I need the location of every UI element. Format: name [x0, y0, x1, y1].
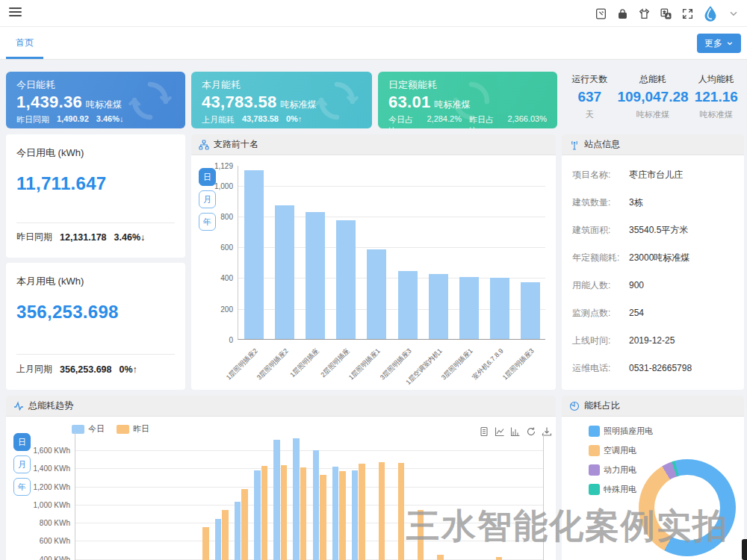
navbar-actions [593, 0, 741, 27]
branch-bar [521, 282, 540, 339]
kpi-sub-percent: 0%↑ [286, 114, 302, 125]
legend-item[interactable]: 动力用电 [589, 464, 636, 476]
site-info-row: 运维电话:0531-82665798 [572, 362, 737, 375]
legend-swatch [589, 464, 600, 476]
pie-legend: 照明插座用电空调用电动力用电特殊用电 [589, 426, 653, 495]
period-button-month[interactable]: 月 [199, 190, 216, 208]
gridline [75, 450, 543, 451]
summary-stat: 总能耗109,047.28吨标准煤 [617, 72, 688, 128]
pie-icon [569, 401, 580, 411]
branch-bar [490, 278, 509, 339]
trend-bar-yesterday [359, 464, 365, 560]
site-info-value: 23000吨标准煤 [629, 252, 689, 263]
lock-icon[interactable] [615, 6, 630, 21]
tab-home[interactable]: 首页 [6, 27, 43, 59]
more-button[interactable]: 更多 [697, 34, 741, 53]
stat-value: 121.16 [689, 89, 744, 105]
period-button-month[interactable]: 月 [13, 455, 31, 473]
site-info-row: 年定额能耗:23000吨标准煤 [572, 252, 737, 264]
gridline [75, 468, 543, 469]
legend-swatch [589, 484, 600, 495]
legend-item[interactable]: 空调用电 [589, 445, 636, 456]
site-info-row: 建筑数量:3栋 [572, 196, 737, 209]
maintenance-icon[interactable] [593, 6, 608, 21]
donut-hole [654, 475, 720, 541]
app-logo[interactable] [701, 4, 719, 22]
kpi-sub-value: 1,490.92 [57, 114, 89, 125]
branch-bar [459, 277, 479, 339]
stat-unit: 吨标准煤 [689, 109, 744, 120]
site-info-value: 2019-12-25 [629, 335, 675, 346]
y-axis-tick: 1,400 KWh [34, 464, 75, 473]
panel-header: 站点信息 [562, 134, 744, 155]
site-info-panel: 站点信息 项目名称:枣庄市台儿庄建筑数量:3栋建筑面积:35540.5平方米年定… [562, 134, 744, 390]
trend-bar-yesterday [339, 471, 346, 560]
y-axis-tick: 1,129 [214, 162, 238, 170]
legend-item[interactable]: 特殊用电 [589, 484, 636, 495]
theme-skin-icon[interactable] [636, 6, 651, 21]
dashboard-screen: 首页 更多 今日能耗 1,439.36吨标准煤 昨日同期 1,490.92 3.… [0, 0, 747, 560]
trend-bar-yesterday [222, 510, 229, 560]
top-navbar [0, 0, 747, 27]
y-axis-tick: 800 [220, 212, 238, 220]
period-button-year[interactable]: 年 [13, 478, 31, 496]
kpi-card-today-energy: 今日能耗 1,439.36吨标准煤 昨日同期 1,490.92 3.46%↓ [6, 72, 185, 128]
language-icon[interactable] [658, 6, 673, 21]
summary-stat: 人均能耗121.16吨标准煤 [689, 72, 744, 128]
gridline [238, 186, 545, 187]
kpi-sub-value: 43,783.58 [242, 114, 279, 125]
energy-ratio-panel: 能耗占比 照明插座用电空调用电动力用电特殊用电 [562, 396, 744, 560]
month-power-panel: 本月用电 (kWh) 356,253.698 上月同期 356,253.698 … [6, 263, 185, 390]
trend-bar-yesterday [281, 465, 288, 560]
panel-header: 总能耗趋势 [6, 396, 556, 417]
y-axis-tick: 0 [229, 336, 238, 344]
compare-value: 356,253.698 [60, 364, 112, 375]
branch-bar [398, 271, 418, 339]
kpi-value: 43,783.58 [202, 93, 277, 111]
stat-label: 运行天数 [562, 73, 617, 86]
trend-bar-today [293, 438, 300, 560]
fullscreen-icon[interactable] [680, 6, 695, 21]
y-axis-tick: 1,600 KWh [34, 447, 75, 455]
period-button-day[interactable]: 日 [13, 433, 31, 451]
site-info-label: 项目名称: [572, 169, 629, 181]
site-info-value: 3栋 [629, 197, 643, 208]
panel-title: 今日用电 (kWh) [16, 146, 84, 160]
branch-top10-panel: 支路前十名 日月年 02004006008001,0001,129 1层照明插座… [191, 134, 556, 390]
branch-chart: 02004006008001,0001,129 [238, 166, 545, 340]
summary-stats: 运行天数637天总能耗109,047.28吨标准煤人均能耗121.16吨标准煤 [562, 72, 744, 128]
compare-percent: 3.46%↓ [114, 232, 146, 243]
compare-percent: 0%↑ [120, 364, 137, 375]
kpi-unit: 吨标准煤 [86, 99, 122, 110]
refresh-cycle-icon [450, 79, 493, 125]
stat-value: 109,047.28 [617, 89, 688, 105]
kpi-sub-label: 上月能耗 [202, 114, 235, 125]
panel-header: 支路前十名 [191, 134, 556, 155]
kpi-sub-percent: 3.46%↓ [96, 114, 124, 125]
trend-bar-yesterday [261, 466, 268, 560]
gridline [75, 523, 543, 523]
legend-label: 动力用电 [604, 464, 636, 476]
gridline [75, 541, 543, 541]
trend-bar-yesterday [496, 557, 503, 560]
y-axis-tick: 600 [220, 243, 238, 252]
refresh-cycle-icon [315, 79, 359, 125]
menu-toggle-icon[interactable] [9, 7, 22, 19]
scrollbar-thumb[interactable] [742, 539, 747, 560]
trend-bar-yesterday [202, 527, 209, 560]
compare-label: 昨日同期 [16, 231, 52, 243]
antenna-icon [569, 140, 580, 150]
panel-title: 支路前十名 [214, 138, 258, 151]
compare-value: 12,131.178 [60, 232, 107, 243]
legend-swatch [589, 426, 600, 437]
period-button-year[interactable]: 年 [199, 213, 216, 231]
kpi-value: 63.01 [388, 93, 431, 111]
period-button-day[interactable]: 日 [199, 168, 216, 186]
trend-bar-today [332, 467, 339, 560]
legend-item[interactable]: 照明插座用电 [589, 426, 653, 437]
site-info-row: 用能人数:900 [572, 279, 737, 292]
gridline [75, 487, 543, 488]
kpi-card-daily-quota: 日定额能耗 63.01吨标准煤 今日占比: 2,284.2% 昨日占比: 2,3… [378, 72, 557, 128]
user-dropdown-icon[interactable] [726, 6, 741, 21]
site-info-row: 上线时间:2019-12-25 [572, 335, 737, 347]
